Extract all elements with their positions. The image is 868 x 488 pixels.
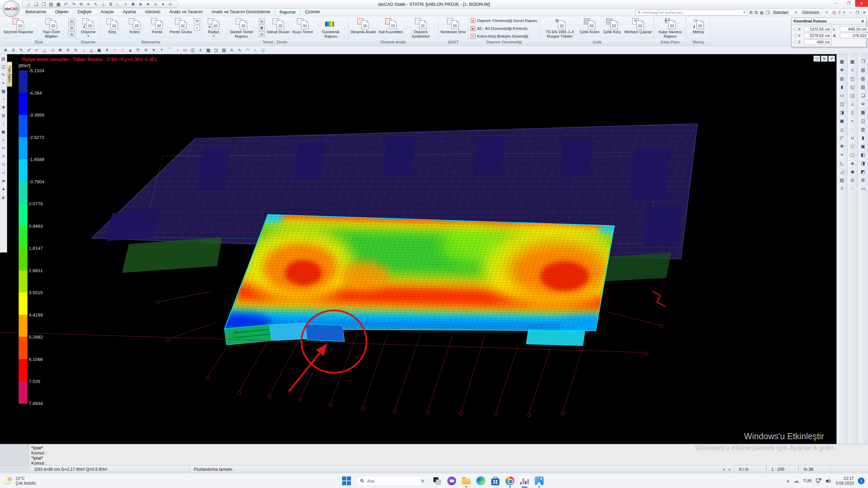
right-tool-icon[interactable]: ▦ bbox=[861, 110, 865, 116]
left-tool-icon[interactable]: ≡ bbox=[2, 154, 4, 160]
drawing-tool-icon[interactable]: ⊙ bbox=[10, 47, 17, 54]
geoteknik-raporu-button[interactable]: Geoteknik Raporu bbox=[315, 18, 347, 39]
right-tool-icon[interactable]: ✥ bbox=[840, 144, 844, 150]
right-tool-icon[interactable]: ▤ bbox=[861, 84, 865, 91]
left-tool-icon[interactable]: ↕ bbox=[2, 121, 4, 127]
right-tool-icon[interactable]: ▤ bbox=[840, 178, 844, 184]
left-tool-icon[interactable]: ◔ bbox=[2, 97, 4, 103]
right-tool-icon[interactable]: ▤ bbox=[861, 67, 865, 74]
drawing-tool-icon[interactable]: ⌒ bbox=[166, 47, 173, 54]
kalip-iskelesi-raporu-button[interactable]: ╫╫ Kalıp İskelesi Raporu bbox=[655, 18, 685, 39]
right-tool-icon[interactable]: ◧ bbox=[861, 152, 865, 159]
right-tool-icon[interactable]: ▣ bbox=[840, 118, 844, 125]
drawing-tool-icon[interactable]: ▧ bbox=[220, 47, 228, 54]
right-tool-icon[interactable]: ◌ bbox=[851, 186, 854, 192]
chevron-down-icon[interactable]: ▼ bbox=[843, 11, 846, 14]
close-button[interactable]: ✕ bbox=[855, 0, 868, 7]
right-tool-icon[interactable]: ◉ bbox=[850, 169, 854, 176]
drawing-tool-icon[interactable]: ◫ bbox=[189, 47, 196, 54]
weather-widget[interactable]: 22°C Çok bulutlu bbox=[0, 476, 36, 486]
minimize-button[interactable]: ─ bbox=[829, 0, 842, 7]
drawing-tool-icon[interactable]: ✦ bbox=[103, 47, 111, 54]
x-coordinate-field[interactable]: 1372.55 cm bbox=[804, 26, 832, 32]
chrome-button[interactable] bbox=[504, 475, 516, 487]
start-button[interactable] bbox=[341, 475, 352, 487]
right-tool-icon[interactable]: ▦ bbox=[840, 59, 844, 65]
drawing-tool-icon[interactable]: △ bbox=[41, 47, 48, 54]
a-field[interactable]: 276.622 bbox=[840, 33, 868, 38]
left-tool-icon[interactable]: ◭ bbox=[2, 195, 5, 200]
drawing-tool-icon[interactable]: ◔ bbox=[174, 47, 181, 54]
left-tool-icon[interactable]: ◫ bbox=[1, 64, 5, 70]
right-tool-icon[interactable]: ❏ bbox=[861, 93, 865, 99]
layer-front-icon[interactable]: ⧉ bbox=[749, 10, 752, 15]
right-tool-icon[interactable]: ⊞ bbox=[861, 178, 865, 184]
layer-back-icon[interactable]: ⧉ bbox=[755, 10, 758, 15]
right-tool-icon[interactable]: ▣ bbox=[861, 144, 865, 150]
kolon-kiris-birlesim-item[interactable]: ✛ Kolon-Kiriş Birleşim Güvenliği bbox=[471, 34, 538, 39]
right-tool-icon[interactable]: ▭ bbox=[861, 186, 865, 192]
kuyu-temel-button[interactable]: Kuyu Temel bbox=[292, 18, 314, 39]
right-tool-icon[interactable]: ✥ bbox=[840, 67, 844, 74]
report-small-icon[interactable]: ▤ bbox=[68, 25, 75, 30]
task-view-button[interactable] bbox=[431, 475, 443, 487]
left-tool-icon[interactable]: ⌗ bbox=[2, 138, 5, 143]
drawing-tool-icon[interactable]: ∿ bbox=[236, 47, 243, 54]
drawing-tool-icon[interactable]: ✳ bbox=[142, 47, 150, 54]
menu-tab[interactable]: Araçlar bbox=[96, 8, 119, 16]
right-tool-icon[interactable]: ◲ bbox=[850, 93, 854, 99]
right-tool-icon[interactable]: ▩ bbox=[850, 59, 854, 65]
idecad-taskbar-button[interactable] bbox=[519, 475, 530, 487]
yapi-ozet-bilgileri-button[interactable]: Yapı Özet Bilgileri bbox=[35, 18, 67, 39]
drawing-tool-icon[interactable]: ◳ bbox=[213, 47, 220, 54]
left-tool-icon[interactable]: ▣ bbox=[1, 129, 5, 135]
surekli-temel-raporu-button[interactable]: Sürekli Temel Raporu bbox=[225, 18, 258, 39]
right-tool-icon[interactable]: ◰ bbox=[850, 76, 854, 82]
right-tool-icon[interactable]: ◸ bbox=[840, 135, 844, 142]
command-area[interactable]: *İptal*Komut :*İptal*Komut : Windows'u e… bbox=[0, 444, 868, 465]
ruzgar-yukleri-button[interactable]: ≣ TS EN 1991-1-4 Rüzgar Yükleri bbox=[541, 18, 578, 39]
left-tool-icon[interactable]: ✂ bbox=[2, 146, 5, 151]
drawing-tool-icon[interactable]: ▣ bbox=[96, 47, 103, 54]
left-tool-icon[interactable]: ▲ bbox=[1, 186, 5, 192]
zoom-status[interactable]: % 38 bbox=[798, 466, 831, 473]
l-field[interactable]: 845.16 cm bbox=[840, 26, 868, 32]
display-settings-icon[interactable]: 🎨︎ bbox=[832, 10, 836, 15]
z-lock-checkbox[interactable] bbox=[794, 40, 797, 44]
right-tool-icon[interactable]: ◈ bbox=[851, 161, 854, 167]
right-tool-icon[interactable]: ▥ bbox=[840, 76, 844, 82]
left-tool-icon[interactable]: ✎ bbox=[2, 73, 5, 78]
report-small-icon[interactable]: ▤ bbox=[68, 18, 75, 24]
y-lock-checkbox[interactable] bbox=[794, 34, 797, 37]
dinamik-analiz-button[interactable]: Dinamik Analiz bbox=[350, 18, 377, 39]
scale-status[interactable]: 1 : 100 bbox=[766, 466, 798, 473]
drawing-tool-icon[interactable]: ▲ bbox=[127, 47, 134, 54]
right-tool-icon[interactable]: ◊ bbox=[841, 186, 843, 192]
chevron-down-icon[interactable]: ▼ bbox=[743, 11, 746, 14]
right-tool-icon[interactable]: ≋ bbox=[861, 101, 865, 108]
gorunum-dropdown[interactable]: Görünüm▼ bbox=[801, 10, 830, 15]
network-icon[interactable] bbox=[816, 479, 822, 484]
right-tool-icon[interactable]: ▥ bbox=[861, 76, 865, 82]
drawing-tool-icon[interactable]: A bbox=[228, 47, 235, 54]
report-small-icon[interactable]: ▤ bbox=[68, 31, 75, 37]
tray-clock[interactable]: 22:17 3.09.2023 bbox=[836, 476, 854, 486]
drawing-tool-icon[interactable]: ⌖ bbox=[158, 47, 165, 54]
nonlineer-itme-button[interactable]: Nonlineer İtme bbox=[439, 18, 467, 39]
drawing-tool-icon[interactable]: ∕ bbox=[119, 47, 126, 54]
viewport-filter-button[interactable]: V bbox=[828, 56, 835, 62]
menu-tab[interactable]: Çizimler bbox=[300, 8, 324, 16]
viewport-filter-button[interactable]: N bbox=[821, 56, 828, 62]
photos-button[interactable] bbox=[533, 475, 545, 487]
radye-button[interactable]: 4 Radye ▼ bbox=[203, 18, 224, 39]
drawing-tool-icon[interactable]: ◻ bbox=[259, 47, 267, 54]
deprem-izolatorleri-button[interactable]: Deprem İzolatörleri bbox=[405, 18, 437, 39]
table-small-icon[interactable]: ▦ bbox=[259, 25, 265, 30]
right-tool-icon[interactable]: ◦ bbox=[852, 127, 853, 133]
right-tool-icon[interactable]: ▭ bbox=[840, 93, 844, 99]
x-lock-checkbox[interactable] bbox=[794, 27, 797, 31]
drawing-tool-icon[interactable]: ↻ bbox=[72, 47, 79, 54]
drawing-tool-icon[interactable]: − bbox=[111, 47, 118, 54]
dome-small-icon[interactable]: ◗ bbox=[194, 25, 200, 30]
istinat-duvari-button[interactable]: İstinat Duvarı bbox=[266, 18, 291, 39]
